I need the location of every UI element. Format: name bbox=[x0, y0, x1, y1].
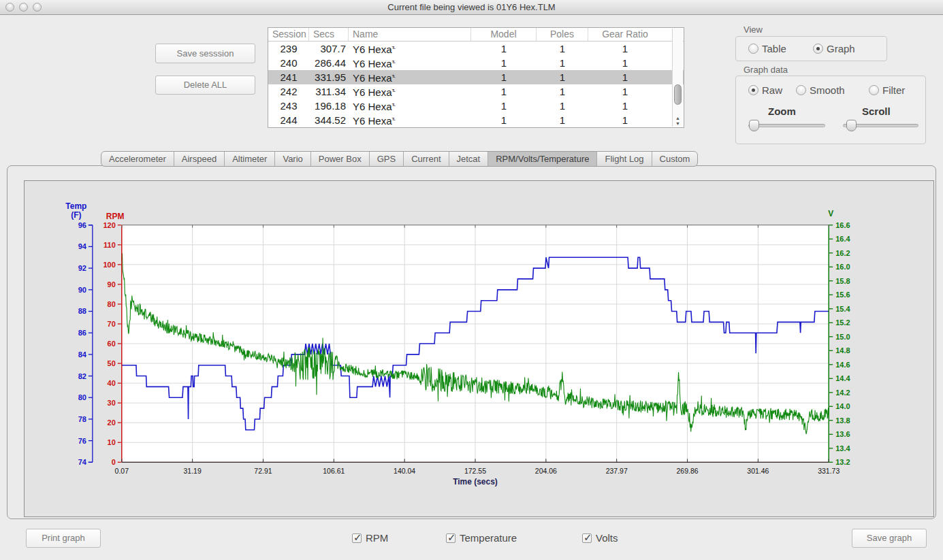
zoom-slider-thumb[interactable] bbox=[749, 120, 759, 131]
x-tick-label: 269.86 bbox=[677, 467, 699, 475]
scrollbar-arrows[interactable]: ▲▼ bbox=[673, 116, 683, 127]
model-cell: 1 bbox=[471, 84, 537, 99]
radio-label: Filter bbox=[882, 84, 905, 96]
x-tick-label: 331.73 bbox=[818, 467, 840, 475]
volts-tick-label: 14.8 bbox=[835, 346, 850, 355]
tab-rpm-volts-temperature[interactable]: RPM/Volts/Temperature bbox=[488, 152, 597, 166]
volts-tick-label: 14.0 bbox=[835, 402, 850, 410]
poles-cell: 1 bbox=[537, 42, 588, 56]
volts-tick-label: 13.4 bbox=[835, 444, 850, 452]
rpm-tick-label: 10 bbox=[108, 438, 116, 446]
print-graph-button[interactable]: Print graph bbox=[26, 529, 101, 548]
secs-cell: 311.34 bbox=[309, 84, 349, 99]
volts-tick-label: 14.2 bbox=[835, 389, 850, 397]
table-row[interactable]: 243196.18Y6 Hexaᵀᴸ111 bbox=[268, 99, 684, 113]
checkbox-rpm[interactable]: RPM bbox=[352, 532, 388, 544]
temp-tick-label: 90 bbox=[78, 286, 86, 294]
secs-cell: 344.52 bbox=[309, 113, 349, 127]
scroll-slider-thumb[interactable] bbox=[846, 120, 857, 131]
temp-tick-label: 78 bbox=[78, 415, 86, 423]
temp-tick-label: 84 bbox=[78, 350, 87, 359]
name-suffix: ᵀᴸ bbox=[392, 88, 395, 95]
graphdata-radio-raw[interactable]: Raw bbox=[748, 84, 782, 96]
secs-cell: 307.7 bbox=[309, 42, 349, 56]
table-row[interactable]: 239307.7Y6 Hexaᵀᴸ111 bbox=[268, 42, 684, 56]
x-axis-title: Time (secs) bbox=[453, 477, 498, 487]
rpm-tick-label: 110 bbox=[103, 241, 116, 249]
table-row[interactable]: 242311.34Y6 Hexaᵀᴸ111 bbox=[268, 84, 684, 99]
checkbox-volts[interactable]: Volts bbox=[582, 532, 618, 544]
checkbox-icon bbox=[582, 533, 592, 543]
tab-custom[interactable]: Custom bbox=[652, 152, 698, 166]
poles-cell: 1 bbox=[537, 56, 588, 70]
tab-flight-log[interactable]: Flight Log bbox=[597, 152, 652, 166]
name-cell: Y6 Hexaᵀᴸ bbox=[349, 113, 471, 127]
tab-airspeed[interactable]: Airspeed bbox=[174, 152, 225, 166]
delete-all-button[interactable]: Delete ALL bbox=[155, 76, 255, 95]
tab-jetcat[interactable]: Jetcat bbox=[449, 152, 489, 166]
view-group-label: View bbox=[744, 24, 763, 35]
model-cell: 1 bbox=[471, 99, 537, 113]
zoom-slider[interactable] bbox=[748, 124, 825, 127]
temp-tick-label: 86 bbox=[78, 329, 86, 337]
poles-cell: 1 bbox=[537, 84, 588, 99]
session-table[interactable]: SessionSecsNameModelPolesGear Ratio 2393… bbox=[268, 27, 684, 128]
table-row[interactable]: 244344.52Y6 Hexaᵀᴸ111 bbox=[268, 113, 684, 127]
volts-tick-label: 14.4 bbox=[835, 374, 850, 382]
telemetry-chart: 1201101009080706050403020100RPM969492908… bbox=[25, 181, 933, 516]
volts-tick-label: 13.2 bbox=[835, 458, 850, 466]
column-header[interactable]: Gear Ratio bbox=[588, 28, 662, 41]
name-cell: Y6 Hexaᵀᴸ bbox=[349, 99, 471, 113]
column-header[interactable]: Secs bbox=[309, 28, 349, 41]
table-row[interactable]: 240286.44Y6 Hexaᵀᴸ111 bbox=[268, 56, 684, 70]
temp-tick-label: 82 bbox=[78, 372, 86, 380]
rpm-tick-label: 120 bbox=[103, 221, 115, 229]
checkbox-label: Volts bbox=[596, 532, 618, 544]
checkbox-label: RPM bbox=[366, 532, 388, 544]
radio-label: Graph bbox=[827, 43, 855, 54]
rpm-axis-title: RPM bbox=[106, 212, 125, 221]
graphdata-radio-filter[interactable]: Filter bbox=[869, 84, 905, 96]
column-header[interactable]: Model bbox=[471, 28, 537, 41]
window-title: Current file being viewed is 01Y6 Hex.TL… bbox=[0, 0, 943, 14]
radio-label: Table bbox=[762, 43, 786, 54]
poles-cell: 1 bbox=[537, 99, 588, 113]
checkbox-label: Temperature bbox=[460, 532, 517, 544]
tab-gps[interactable]: GPS bbox=[370, 152, 404, 166]
table-row[interactable]: 241331.95Y6 Hexaᵀᴸ111 bbox=[268, 70, 684, 84]
scrollbar-thumb[interactable] bbox=[674, 84, 682, 105]
temp-tick-label: 80 bbox=[78, 393, 86, 401]
x-tick-label: 204.06 bbox=[535, 467, 557, 475]
tab-current[interactable]: Current bbox=[404, 152, 449, 166]
radio-circle-icon bbox=[748, 85, 758, 95]
volts-tick-label: 15.0 bbox=[835, 333, 850, 341]
checkbox-icon bbox=[446, 533, 455, 543]
poles-cell: 1 bbox=[537, 113, 588, 127]
save-session-button[interactable]: Save sesssion bbox=[155, 44, 255, 63]
tab-accelerometer[interactable]: Accelerometer bbox=[101, 152, 174, 166]
rpm-tick-label: 40 bbox=[108, 379, 116, 387]
x-tick-label: 172.55 bbox=[464, 467, 486, 475]
name-cell: Y6 Hexaᵀᴸ bbox=[349, 56, 471, 70]
tab-altimeter[interactable]: Altimeter bbox=[225, 152, 275, 166]
secs-cell: 286.44 bbox=[309, 56, 349, 70]
session-table-body: 239307.7Y6 Hexaᵀᴸ111240286.44Y6 Hexaᵀᴸ11… bbox=[268, 42, 684, 127]
temp-axis-title: (F) bbox=[71, 210, 81, 220]
table-scrollbar[interactable]: ▲▼ bbox=[672, 29, 683, 127]
column-header[interactable]: Name bbox=[349, 28, 471, 41]
view-group-box: TableGraph bbox=[735, 36, 887, 61]
radio-circle-icon bbox=[869, 85, 879, 95]
column-header[interactable]: Session bbox=[268, 28, 309, 41]
scroll-slider[interactable] bbox=[843, 124, 918, 127]
rpm-tick-label: 80 bbox=[108, 300, 116, 308]
view-radio-table[interactable]: Table bbox=[748, 43, 786, 54]
column-header[interactable]: Poles bbox=[537, 28, 588, 41]
view-radio-graph[interactable]: Graph bbox=[813, 43, 855, 54]
volts-tick-label: 14.6 bbox=[835, 361, 850, 369]
save-graph-button[interactable]: Save graph bbox=[852, 529, 927, 548]
tab-vario[interactable]: Vario bbox=[275, 152, 310, 166]
graphdata-radio-smooth[interactable]: Smooth bbox=[796, 84, 845, 96]
tab-power-box[interactable]: Power Box bbox=[311, 152, 370, 166]
checkbox-temperature[interactable]: Temperature bbox=[446, 532, 517, 544]
volts-tick-label: 15.8 bbox=[835, 277, 850, 285]
